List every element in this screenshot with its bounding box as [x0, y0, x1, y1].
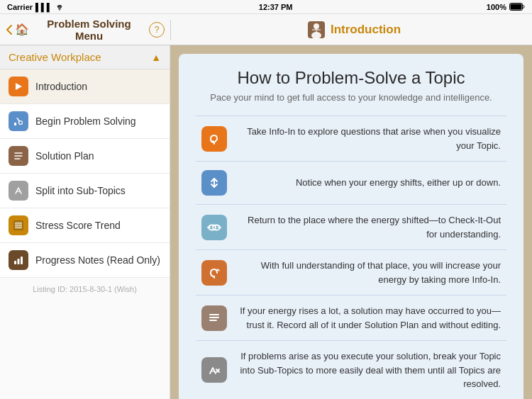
introduction-icon: [9, 77, 28, 96]
content-item-6: If problems arise as you execute your so…: [196, 340, 506, 399]
content-item-3-icon: [201, 215, 227, 240]
stress-score-trend-icon: [9, 215, 28, 235]
sidebar-item-progress-notes[interactable]: Progress Notes (Read Only): [0, 243, 170, 278]
content-item-1-icon: [201, 126, 227, 152]
content-main-title: How to Problem-Solve a Topic: [196, 68, 506, 88]
carrier-label: Carrier: [7, 3, 33, 11]
content-item-4-icon: [201, 260, 227, 286]
sidebar-footer: Listing ID: 2015-8-30-1 (Wish): [0, 278, 170, 300]
sidebar-section-header[interactable]: Creative Workplace ▲: [0, 45, 170, 69]
content-item-3: Return to the place where the energy shi…: [196, 204, 506, 249]
content-card: How to Problem-Solve a Topic Pace your m…: [179, 54, 523, 399]
content-item-5: If your energy rises a lot, a solution m…: [196, 295, 506, 340]
sidebar-item-split-subtopics[interactable]: Split into Sub-Topics: [0, 174, 170, 208]
sidebar-item-begin-problem-solving[interactable]: Begin Problem Solving: [0, 104, 170, 139]
sidebar-item-label: Stress Score Trend: [35, 220, 121, 231]
listing-id-label: Listing ID: 2015-8-30-1 (Wish): [33, 285, 137, 293]
wifi-icon: [55, 4, 65, 11]
svg-rect-23: [18, 259, 20, 264]
content-item-2: Notice when your energy shifts, either u…: [196, 161, 506, 204]
content-item-1: Take Info-In to explore questions that a…: [196, 116, 506, 161]
content-item-2-text: Notice when your energy shifts, either u…: [237, 176, 501, 190]
progress-notes-icon: [9, 250, 28, 270]
svg-rect-2: [511, 4, 522, 10]
svg-marker-8: [16, 83, 22, 90]
sidebar-item-label: Begin Problem Solving: [35, 116, 136, 127]
sidebar-section-title: Creative Workplace: [9, 51, 101, 63]
svg-rect-9: [14, 123, 16, 125]
nav-bar: 🏠 Problem Solving Menu ? Introduction: [0, 14, 532, 45]
help-button[interactable]: ?: [149, 22, 165, 38]
status-time: 12:37 PM: [259, 3, 293, 11]
content-item-3-text: Return to the place where the energy shi…: [237, 213, 501, 241]
status-bar: Carrier ▌▌▌ 12:37 PM 100%: [0, 0, 532, 14]
content-item-6-icon: [201, 357, 227, 383]
back-button[interactable]: 🏠: [6, 23, 29, 36]
content-area: How to Problem-Solve a Topic Pace your m…: [170, 45, 532, 399]
sidebar-item-label: Progress Notes (Read Only): [35, 254, 160, 266]
sidebar-chevron-icon: ▲: [151, 52, 161, 63]
status-left: Carrier ▌▌▌: [7, 3, 65, 11]
nav-person-icon: [302, 20, 331, 40]
sidebar-item-solution-plan[interactable]: Solution Plan: [0, 139, 170, 174]
content-item-5-icon: [201, 305, 227, 331]
svg-point-0: [60, 9, 61, 11]
nav-center-section: Introduction: [170, 20, 532, 40]
content-item-1-text: Take Info-In to explore questions that a…: [237, 125, 501, 152]
signal-icon: ▌▌▌: [35, 3, 52, 11]
svg-point-12: [19, 121, 23, 125]
svg-rect-24: [21, 257, 23, 264]
nav-left-section: 🏠 Problem Solving Menu ?: [0, 18, 170, 42]
sidebar-item-introduction[interactable]: Introduction: [0, 69, 170, 104]
battery-icon: [509, 3, 525, 11]
home-icon: 🏠: [15, 23, 29, 36]
status-right: 100%: [487, 3, 525, 11]
sidebar-nav-title: Problem Solving Menu: [33, 18, 145, 42]
begin-problem-solving-icon: [9, 111, 28, 131]
split-subtopics-icon: [9, 181, 28, 201]
content-item-2-icon: [201, 170, 227, 196]
solution-plan-icon: [9, 146, 28, 166]
main-container: Creative Workplace ▲ Introduction Begin …: [0, 45, 532, 399]
content-item-5-text: If your energy rises a lot, a solution m…: [237, 304, 501, 332]
sidebar-item-label: Split into Sub-Topics: [35, 185, 126, 196]
content-subtitle: Pace your mind to get full access to you…: [196, 92, 506, 103]
content-item-4-text: With full understanding of that place, y…: [237, 259, 501, 286]
content-item-4: With full understanding of that place, y…: [196, 249, 506, 295]
sidebar: Creative Workplace ▲ Introduction Begin …: [0, 45, 170, 399]
main-nav-title: Introduction: [331, 23, 401, 37]
content-items-list: Take Info-In to explore questions that a…: [196, 116, 506, 399]
sidebar-item-label: Introduction: [35, 81, 87, 92]
sidebar-item-stress-score-trend[interactable]: Stress Score Trend: [0, 208, 170, 243]
content-item-6-text: If problems arise as you execute your so…: [237, 349, 501, 391]
svg-rect-22: [14, 261, 16, 264]
sidebar-item-label: Solution Plan: [35, 150, 94, 162]
battery-label: 100%: [487, 3, 506, 11]
